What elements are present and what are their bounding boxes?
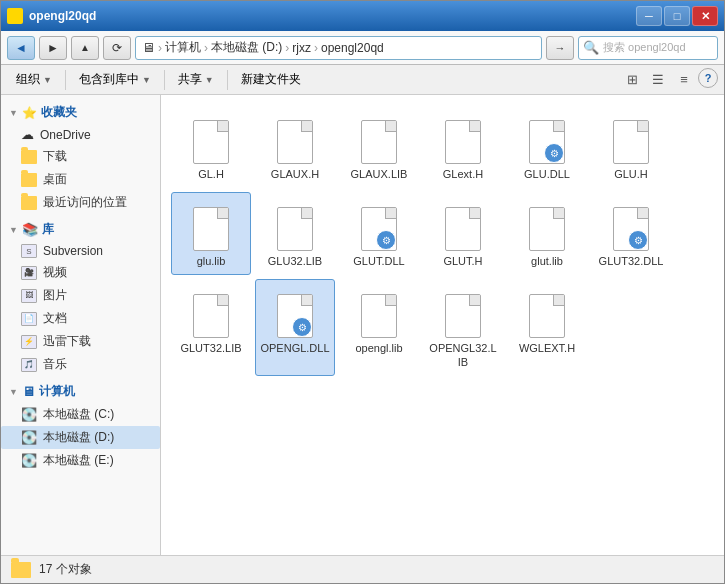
subversion-label: Subversion	[43, 244, 103, 258]
sidebar-item-disk-c[interactable]: 💽 本地磁盘 (C:)	[1, 403, 160, 426]
file-label: glu.lib	[197, 255, 226, 268]
subversion-icon: S	[21, 244, 37, 258]
file-item[interactable]: GL.H	[171, 105, 251, 188]
sidebar-item-onedrive[interactable]: ☁ OneDrive	[1, 124, 160, 145]
desktop-label: 桌面	[43, 171, 67, 188]
disk-e-icon: 💽	[21, 453, 37, 468]
organize-button[interactable]: 组织 ▼	[7, 68, 61, 92]
search-box[interactable]: 🔍 搜索 opengl20qd	[578, 36, 718, 60]
document-icon: ⚙	[613, 207, 649, 251]
view-details-button[interactable]: ≡	[672, 68, 696, 92]
sidebar-item-recent[interactable]: 最近访问的位置	[1, 191, 160, 214]
sidebar: ▼ ⭐ 收藏夹 ☁ OneDrive 下载 桌面	[1, 95, 161, 555]
file-icon	[187, 199, 235, 251]
share-dropdown-arrow: ▼	[205, 75, 214, 85]
library-icon: 📚	[22, 222, 38, 237]
sidebar-item-pictures[interactable]: 🖼 图片	[1, 284, 160, 307]
file-item[interactable]: ⚙GLUT.DLL	[339, 192, 419, 275]
computer-section: ▼ 🖥 计算机 💽 本地磁盘 (C:) 💽 本地磁盘 (D:) 💽 本地磁盘 (…	[1, 380, 160, 472]
status-folder-icon	[11, 562, 31, 578]
file-item[interactable]: opengl.lib	[339, 279, 419, 375]
maximize-button[interactable]: □	[664, 6, 690, 26]
file-item[interactable]: GLAUX.H	[255, 105, 335, 188]
disk-d-label: 本地磁盘 (D:)	[43, 429, 114, 446]
document-icon	[529, 207, 565, 251]
videos-label: 视频	[43, 264, 67, 281]
file-icon	[523, 199, 571, 251]
file-item[interactable]: GLAUX.LIB	[339, 105, 419, 188]
view-large-icons-button[interactable]: ⊞	[620, 68, 644, 92]
library-chevron: ▼	[9, 225, 18, 235]
library-header[interactable]: ▼ 📚 库	[1, 218, 160, 241]
computer-header[interactable]: ▼ 🖥 计算机	[1, 380, 160, 403]
sidebar-item-subversion[interactable]: S Subversion	[1, 241, 160, 261]
view-list-button[interactable]: ☰	[646, 68, 670, 92]
document-icon	[445, 120, 481, 164]
docs-label: 文档	[43, 310, 67, 327]
file-label: OPENGL.DLL	[260, 342, 329, 355]
document-icon	[361, 294, 397, 338]
docs-icon: 📄	[21, 312, 37, 326]
sidebar-item-disk-d[interactable]: 💽 本地磁盘 (D:)	[1, 426, 160, 449]
help-button[interactable]: ?	[698, 68, 718, 88]
file-item[interactable]: GLUT32.LIB	[171, 279, 251, 375]
forward-button[interactable]: ►	[39, 36, 67, 60]
sidebar-item-music[interactable]: 🎵 音乐	[1, 353, 160, 376]
include-library-button[interactable]: 包含到库中 ▼	[70, 68, 160, 92]
title-bar: opengl20qd ─ □ ✕	[1, 1, 724, 31]
sidebar-item-downloads[interactable]: 下载	[1, 145, 160, 168]
file-icon	[607, 112, 655, 164]
music-icon: 🎵	[21, 358, 37, 372]
document-icon	[193, 294, 229, 338]
onedrive-icon: ☁	[21, 127, 34, 142]
sidebar-item-videos[interactable]: 🎥 视频	[1, 261, 160, 284]
document-icon	[277, 120, 313, 164]
downloads-icon	[21, 150, 37, 164]
document-icon	[529, 294, 565, 338]
thunder-icon: ⚡	[21, 335, 37, 349]
file-item[interactable]: GLU.H	[591, 105, 671, 188]
file-icon	[355, 286, 403, 338]
file-item[interactable]: GLU32.LIB	[255, 192, 335, 275]
file-label: GLext.H	[443, 168, 483, 181]
file-item[interactable]: WGLEXT.H	[507, 279, 587, 375]
refresh-button[interactable]: ⟳	[103, 36, 131, 60]
file-item[interactable]: glu.lib	[171, 192, 251, 275]
file-item[interactable]: GLext.H	[423, 105, 503, 188]
sidebar-item-thunder[interactable]: ⚡ 迅雷下载	[1, 330, 160, 353]
up-button[interactable]: ▲	[71, 36, 99, 60]
file-icon	[439, 199, 487, 251]
go-button[interactable]: →	[546, 36, 574, 60]
share-button[interactable]: 共享 ▼	[169, 68, 223, 92]
disk-d-icon: 💽	[21, 430, 37, 445]
file-item[interactable]: ⚙OPENGL.DLL	[255, 279, 335, 375]
file-icon	[187, 286, 235, 338]
favorites-header[interactable]: ▼ ⭐ 收藏夹	[1, 101, 160, 124]
file-icon	[523, 286, 571, 338]
gear-icon: ⚙	[376, 230, 396, 250]
file-item[interactable]: GLUT.H	[423, 192, 503, 275]
file-item[interactable]: glut.lib	[507, 192, 587, 275]
thunder-label: 迅雷下载	[43, 333, 91, 350]
document-icon: ⚙	[361, 207, 397, 251]
document-icon	[361, 120, 397, 164]
downloads-label: 下载	[43, 148, 67, 165]
file-icon: ⚙	[355, 199, 403, 251]
close-button[interactable]: ✕	[692, 6, 718, 26]
file-item[interactable]: OPENGL32.LIB	[423, 279, 503, 375]
new-folder-button[interactable]: 新建文件夹	[232, 68, 310, 92]
minimize-button[interactable]: ─	[636, 6, 662, 26]
computer-icon: 🖥	[22, 384, 35, 399]
file-item[interactable]: ⚙GLU.DLL	[507, 105, 587, 188]
sidebar-item-desktop[interactable]: 桌面	[1, 168, 160, 191]
file-item[interactable]: ⚙GLUT32.DLL	[591, 192, 671, 275]
back-button[interactable]: ◄	[7, 36, 35, 60]
address-path[interactable]: 🖥 › 计算机 › 本地磁盘 (D:) › rjxz › opengl20qd	[135, 36, 542, 60]
path-part-2: 本地磁盘 (D:)	[211, 39, 282, 56]
sidebar-item-disk-e[interactable]: 💽 本地磁盘 (E:)	[1, 449, 160, 472]
file-icon: ⚙	[271, 286, 319, 338]
library-title: 库	[42, 221, 54, 238]
include-library-dropdown-arrow: ▼	[142, 75, 151, 85]
search-placeholder: 搜索 opengl20qd	[603, 40, 686, 55]
sidebar-item-docs[interactable]: 📄 文档	[1, 307, 160, 330]
